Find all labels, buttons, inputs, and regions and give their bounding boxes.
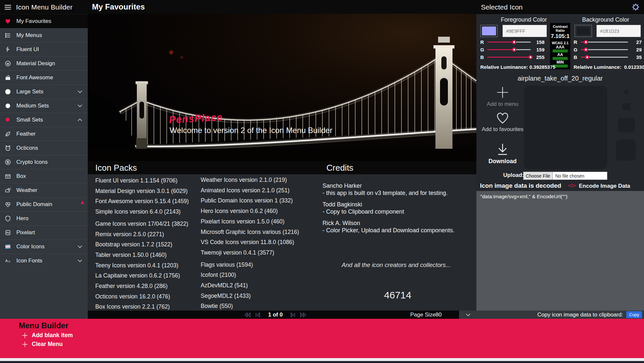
plus-icon [22,332,28,339]
credit-desc: - Copy to Clipboard component [322,208,470,215]
sidebar-item-label: Color Icons [16,243,45,250]
sidebar-item-octicons[interactable]: Octicons [0,141,88,155]
sidebar-item-label: My Menus [16,32,42,39]
total-icons-count: 46714 [384,290,411,301]
background-red-slider[interactable]: R 27 [574,39,642,45]
slider-thumb[interactable] [512,48,516,52]
hero-image: PensPlace Welcome to version 2 of the Ic… [88,14,476,174]
foreground-hex-input[interactable] [503,25,547,37]
foreground-green-slider[interactable]: G 159 [480,47,544,52]
sidebar-item-fluent-ui[interactable]: Fluent UI [0,42,88,56]
background-color-swatch[interactable] [575,25,592,37]
pager: 1 of 0 [244,311,306,319]
first-page-icon[interactable] [244,312,251,317]
sidebar-item-my-favourites[interactable]: My Favourites [0,14,88,28]
sidebar-item-material-design[interactable]: M Material Design [0,56,88,70]
credit-entry: Todd Bagkinski - Copy to Clipboard compo… [322,201,470,215]
sidebar-item-color-icons[interactable]: Color Icons [0,239,88,254]
sidebar-item-label: My Favourites [16,18,51,25]
panel-title: Selected Icon [481,3,523,11]
sidebar-item-font-awesome[interactable]: Font Awesome [0,70,88,85]
sidebar-item-crypto-icons[interactable]: B Crypto Icons [0,155,88,169]
chevron-down-icon[interactable] [77,245,83,249]
sidebar-item-small-sets[interactable]: Small Sets [0,113,88,127]
foreground-red-slider[interactable]: R 158 [480,39,544,45]
copy-bar: Copy icon image data to clipboard: Copy [459,311,644,319]
background-blue-slider[interactable]: B 35 [574,54,642,60]
sidebar-item-label: Fluent UI [16,46,39,53]
encode-image-data-button[interactable]: Encode Image Data [579,183,630,189]
clear-menu-button[interactable]: Clear Menu [22,341,63,348]
medium-circle-icon [4,102,11,109]
file-input[interactable]: Choose File No file chosen [523,172,607,180]
add-to-menu-button[interactable]: Add to menu [476,85,529,107]
sidebar-item-pixelart[interactable]: Px Pixelart [0,225,88,239]
foreground-color-swatch[interactable] [480,25,498,37]
sidebar-item-icon-fonts[interactable]: AA Icon Fonts [0,254,88,268]
sidebar-item-public-domain[interactable]: Public Domain [0,197,88,211]
sidebar-item-feather[interactable]: Feather [0,127,88,141]
next-page-icon[interactable] [290,312,296,317]
sidebar-item-label: Octicons [16,145,38,151]
slider-track[interactable] [488,49,531,50]
slider-track[interactable] [581,57,628,58]
sidebar-item-label: Medium Sets [16,103,49,109]
download-button[interactable]: Download [476,142,529,165]
chevron-up-icon[interactable] [77,118,83,122]
icon-packs-column-2: Weather Icons version 2.1.0 (219) Animat… [201,175,299,312]
hamburger-menu-icon[interactable] [5,4,11,11]
box-icon [4,173,11,180]
background-hex-input[interactable] [597,25,641,37]
copy-button[interactable]: Copy [626,311,642,318]
sidebar-item-my-menus[interactable]: My Menus [0,28,88,42]
sidebar-item-label: Feather [16,131,36,137]
sidebar-item-label: Weather [16,187,37,194]
credit-desc: - this app is built on v3 template, and … [322,189,470,197]
sidebar-item-hero[interactable]: Hero [0,211,88,225]
icon-pack-entry: Pixelart Icons version 1.5.0 (460) [201,217,299,227]
last-page-icon[interactable] [300,312,306,317]
foreground-blue-slider[interactable]: B 255 [480,54,544,60]
contrast-ratio-label: ContrastRatio [550,23,570,32]
slider-thumb[interactable] [584,40,588,44]
icon-pack-entry: Microsoft Graphic Icons various (1216) [201,227,299,238]
slider-track[interactable] [488,57,531,58]
slider-thumb[interactable] [584,48,588,52]
sidebar-item-large-sets[interactable]: Large Sets [0,85,88,99]
slider-track[interactable] [488,42,531,43]
credit-entry: Sancho Harker - this app is built on v3 … [322,182,470,197]
list-icon [4,32,11,39]
icon-image-data-box[interactable]: "data:image/svg+xml," & EncodeUrl("") [476,191,644,311]
icon-pack-entry: AzDevMDL2 (541) [201,280,299,291]
slider-thumb[interactable] [512,40,516,44]
chevron-down-icon[interactable] [77,104,83,108]
icon-pack-entry: Bowtie (550) [201,301,299,312]
chevron-down-icon[interactable] [77,259,83,263]
slider-track[interactable] [581,42,628,43]
page-size-chevron-icon[interactable] [466,313,471,317]
chevron-down-icon[interactable] [77,90,83,94]
code-icon: </> [568,183,576,189]
slider-track[interactable] [581,49,628,50]
wcag-label: WCAG 2.1 [550,41,570,45]
heart-pulse-icon [4,201,11,208]
sidebar-item-medium-sets[interactable]: Medium Sets [0,99,88,113]
slider-thumb[interactable] [585,55,589,59]
sidebar-item-label: Crypto Icons [16,159,47,165]
sidebar-item-label: Public Domain [16,201,52,208]
plus-icon [476,85,529,100]
sidebar-item-box[interactable]: Box [0,169,88,183]
choose-file-button[interactable]: Choose File [523,172,553,180]
bottom-light-strip [0,358,644,361]
background-green-slider[interactable]: G 29 [574,47,642,52]
icon-pack-entry: La Capitaine version 0.6.2 (1756) [95,271,189,281]
page-size-select[interactable]: 80 [435,311,442,319]
slider-thumb[interactable] [528,55,533,59]
background-color-label: Background Color [571,16,640,23]
add-blank-item-button[interactable]: Add blank item [22,332,73,339]
previous-page-icon[interactable] [255,312,261,317]
add-to-favourites-button[interactable]: Add to favourites [476,111,529,133]
sidebar-item-label: Material Design [16,60,55,67]
sidebar-item-weather[interactable]: Weather [0,183,88,197]
gear-icon[interactable] [632,3,639,11]
